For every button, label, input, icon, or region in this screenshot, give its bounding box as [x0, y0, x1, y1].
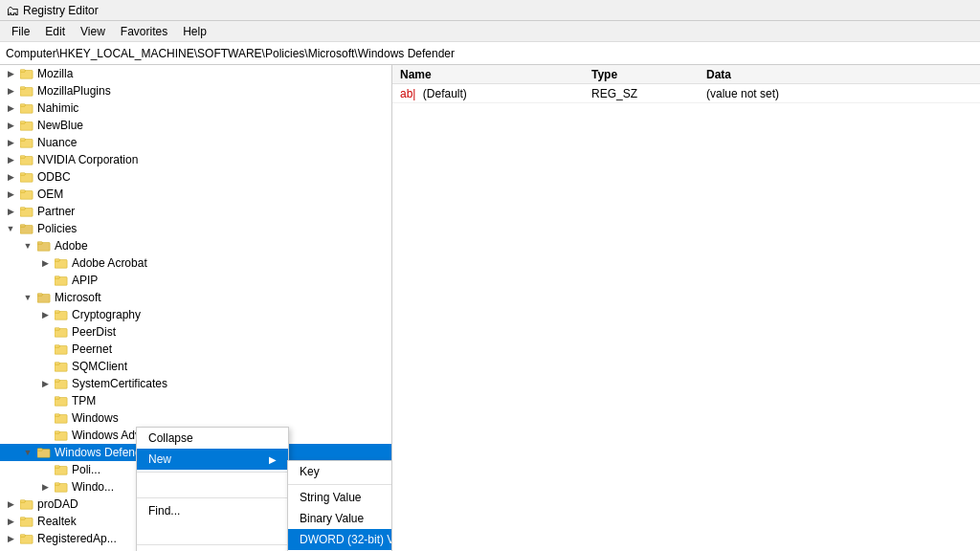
expand-icon[interactable]	[38, 429, 52, 442]
tree-item[interactable]: ▶ NVIDIA Corporation	[0, 151, 391, 168]
menu-favorites[interactable]: Favorites	[113, 23, 175, 40]
menu-help[interactable]: Help	[175, 23, 214, 40]
expand-icon[interactable]	[38, 360, 52, 373]
tree-item[interactable]: ▶ OEM	[0, 186, 391, 203]
expand-icon[interactable]: ▶	[38, 308, 52, 321]
tree-item[interactable]: ▶ Mozilla	[0, 65, 391, 82]
tree-item[interactable]: ▶ MozillaPlugins	[0, 82, 391, 99]
tree-item[interactable]: ▶ Partner	[0, 203, 391, 220]
expand-icon[interactable]: ▶	[4, 119, 17, 132]
expand-icon[interactable]: ▶	[4, 532, 17, 545]
tree-item-label: Partner	[37, 205, 75, 218]
folder-icon	[19, 152, 34, 167]
tree-item[interactable]: TPM	[0, 392, 391, 409]
sub-dword[interactable]: DWORD (32-bit) Value	[288, 529, 392, 550]
tree-item[interactable]: ▶ Nuance	[0, 134, 391, 151]
expand-icon[interactable]: ▶	[38, 256, 52, 270]
folder-icon	[54, 324, 69, 340]
expand-icon[interactable]: ▶	[4, 101, 17, 115]
expand-icon[interactable]	[38, 342, 52, 356]
tree-item-label: APIP	[72, 274, 98, 287]
sub-key[interactable]: Key	[288, 461, 392, 482]
expand-icon[interactable]: ▶	[4, 136, 17, 149]
expand-icon[interactable]: ▶	[4, 67, 17, 80]
folder-icon	[19, 531, 34, 546]
folder-icon	[54, 479, 69, 495]
folder-icon	[54, 393, 69, 408]
menu-edit[interactable]: Edit	[37, 23, 73, 40]
expand-icon[interactable]: ▶	[4, 170, 17, 184]
expand-icon[interactable]: ▶	[4, 84, 17, 98]
svg-rect-17	[20, 208, 25, 210]
folder-icon	[54, 376, 69, 391]
tree-item-label: Windows	[72, 411, 119, 425]
folder-icon	[54, 342, 69, 357]
tree-item[interactable]: ▶ Cryptography	[0, 306, 391, 323]
expand-icon[interactable]: ▼	[21, 446, 34, 459]
expand-icon[interactable]	[38, 274, 52, 287]
menu-bar: File Edit View Favorites Help	[0, 21, 980, 42]
expand-icon[interactable]	[38, 411, 52, 425]
expand-icon[interactable]: ▼	[21, 291, 34, 304]
tree-item[interactable]: ▼ Microsoft	[0, 289, 391, 306]
tree-item[interactable]: PeerDist	[0, 323, 391, 341]
ctx-find[interactable]	[137, 474, 288, 496]
title-bar: 🗂 Registry Editor	[0, 0, 980, 21]
expand-icon[interactable]: ▶	[4, 187, 17, 201]
expand-icon[interactable]: ▼	[4, 222, 17, 235]
ctx-export[interactable]: Delete	[137, 547, 288, 551]
expand-icon[interactable]: ▼	[21, 239, 34, 253]
right-name-default: ab| (Default)	[392, 87, 584, 100]
expand-icon[interactable]	[38, 394, 52, 408]
folder-icon	[54, 255, 69, 271]
svg-rect-15	[20, 190, 25, 193]
expand-icon[interactable]	[38, 325, 52, 339]
sub-string[interactable]: String Value	[288, 487, 392, 508]
col-name-header: Name	[392, 68, 584, 81]
tree-item[interactable]: ▶ SystemCertificates	[0, 375, 391, 392]
tree-item[interactable]: SQMClient	[0, 358, 391, 375]
expand-icon[interactable]: ▶	[38, 377, 52, 390]
sub-binary[interactable]: Binary Value	[288, 508, 392, 529]
tree-item[interactable]: ▶ Adobe Acrobat	[0, 254, 391, 272]
ctx-delete[interactable]: Find...	[137, 500, 288, 521]
right-type-default: REG_SZ	[584, 87, 699, 100]
app-icon: 🗂	[6, 3, 19, 18]
svg-rect-29	[55, 311, 59, 314]
ctx-rename[interactable]	[137, 521, 288, 542]
expand-icon[interactable]: ▶	[4, 515, 17, 528]
menu-file[interactable]: File	[4, 23, 37, 40]
expand-icon[interactable]: ▶	[4, 205, 17, 218]
tree-item-label: PeerDist	[72, 325, 116, 339]
svg-rect-43	[55, 431, 59, 434]
tree-item[interactable]: ▼ Policies	[0, 220, 391, 237]
folder-icon	[54, 359, 69, 374]
folder-icon	[36, 238, 52, 253]
svg-rect-55	[20, 535, 25, 538]
tree-item[interactable]: APIP	[0, 272, 391, 289]
expand-icon[interactable]: ▶	[4, 497, 17, 511]
svg-rect-49	[55, 483, 59, 486]
tree-item[interactable]: ▶ NewBlue	[0, 117, 391, 134]
menu-view[interactable]: View	[73, 23, 113, 40]
tree-panel[interactable]: ▶ Mozilla▶ MozillaPlugins▶ Nahimic▶ NewB…	[0, 65, 392, 551]
folder-icon	[19, 135, 34, 150]
tree-item-label: OEM	[37, 187, 63, 201]
right-header: Name Type Data	[392, 65, 980, 84]
ctx-collapse[interactable]: Collapse	[137, 428, 288, 449]
tree-item[interactable]: ▼ Adobe	[0, 237, 391, 254]
expand-icon[interactable]: ▶	[4, 153, 17, 166]
folder-icon	[19, 169, 34, 185]
tree-item[interactable]: Windows	[0, 409, 391, 427]
tree-item[interactable]: ▶ ODBC	[0, 168, 391, 186]
expand-icon[interactable]	[38, 463, 52, 476]
ctx-new[interactable]: New ▶	[137, 449, 288, 470]
tree-item[interactable]: ▶ Nahimic	[0, 99, 391, 117]
tree-item-label: NVIDIA Corporation	[37, 153, 138, 166]
tree-item[interactable]: Peernet	[0, 341, 391, 358]
svg-rect-53	[20, 518, 25, 520]
right-row-default[interactable]: ab| (Default) REG_SZ (value not set)	[392, 84, 980, 103]
expand-icon[interactable]: ▶	[38, 480, 52, 494]
svg-rect-51	[20, 500, 25, 503]
right-panel: Name Type Data ab| (Default) REG_SZ (val…	[392, 65, 980, 551]
